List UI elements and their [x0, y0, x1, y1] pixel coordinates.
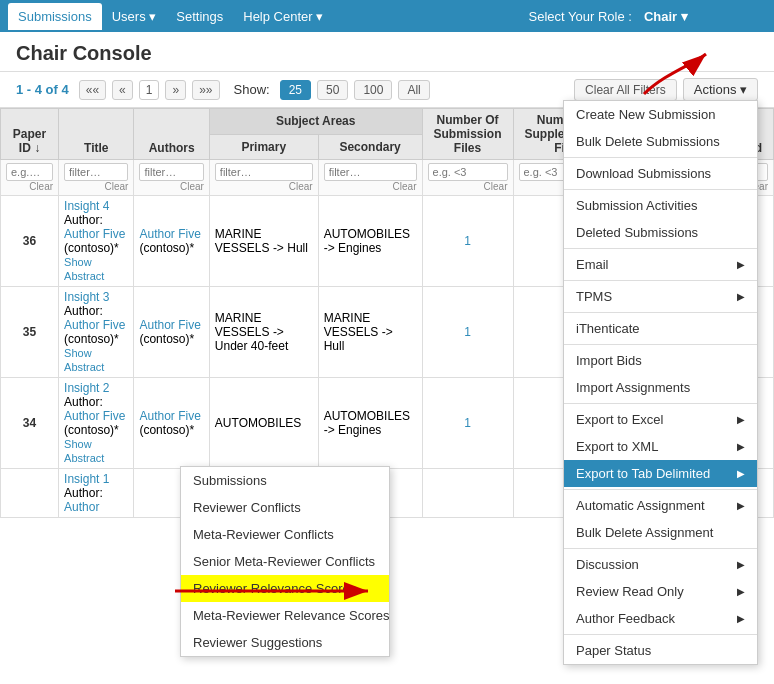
actions-dropdown: Create New Submission Bulk Delete Submis…	[563, 100, 758, 665]
show-abstract-link[interactable]: Show Abstract	[64, 438, 104, 464]
action-import-bids[interactable]: Import Bids	[564, 347, 757, 374]
action-paper-status[interactable]: Paper Status	[564, 637, 757, 664]
filter-sub-files-clear[interactable]: Clear	[428, 181, 508, 192]
actions-btn[interactable]: Actions ▾	[683, 78, 758, 101]
col-primary[interactable]: Primary	[209, 134, 318, 160]
action-bulk-delete-submissions[interactable]: Bulk Delete Submissions	[564, 128, 757, 155]
author-org: (contoso)*	[64, 423, 119, 437]
action-create-new-submission[interactable]: Create New Submission	[564, 101, 757, 128]
page-num-btn[interactable]: 1	[139, 80, 160, 100]
author-label: Author:	[64, 304, 103, 318]
submenu-meta-reviewer-relevance-scores[interactable]: Meta-Reviewer Relevance Scores	[181, 602, 389, 629]
show-all-btn[interactable]: All	[398, 80, 429, 100]
filter-sub-files-input[interactable]	[428, 163, 508, 181]
submenu-senior-meta-reviewer-conflicts[interactable]: Senior Meta-Reviewer Conflicts	[181, 548, 389, 575]
filter-secondary[interactable]: Clear	[318, 160, 422, 196]
clear-all-filters-btn[interactable]: Clear All Filters	[574, 79, 677, 101]
col-authors[interactable]: Authors	[134, 109, 209, 160]
filter-authors[interactable]: Clear	[134, 160, 209, 196]
cell-title: Insight 3 Author: Author Five (contoso)*…	[59, 287, 134, 378]
action-download-submissions[interactable]: Download Submissions	[564, 160, 757, 187]
author-label: Author:	[64, 213, 103, 227]
chevron-icon: ▶	[737, 441, 745, 452]
filter-title-clear[interactable]: Clear	[64, 181, 128, 192]
submenu-reviewer-relevance-scores[interactable]: Reviewer Relevance Scores	[181, 575, 389, 602]
col-title[interactable]: Title	[59, 109, 134, 160]
page-next-btn[interactable]: »	[165, 80, 186, 100]
cell-title: Insight 1 Author: Author	[59, 469, 134, 518]
author-link[interactable]: Author Five	[64, 318, 125, 332]
show-100-btn[interactable]: 100	[354, 80, 392, 100]
author-name-link[interactable]: Author Five	[139, 227, 200, 241]
role-select[interactable]: Chair ▾	[638, 9, 694, 24]
author-org-2: (contoso)*	[139, 241, 194, 255]
action-export-excel[interactable]: Export to Excel ▶	[564, 406, 757, 433]
show-abstract-link[interactable]: Show Abstract	[64, 256, 104, 282]
chevron-icon: ▶	[737, 559, 745, 570]
filter-title[interactable]: Clear	[59, 160, 134, 196]
cell-paper-id: 36	[1, 196, 59, 287]
author-link[interactable]: Author	[64, 500, 99, 514]
author-name-link[interactable]: Author Five	[139, 409, 200, 423]
page-prev-btn[interactable]: «	[112, 80, 133, 100]
divider	[564, 189, 757, 190]
submenu-meta-reviewer-conflicts[interactable]: Meta-Reviewer Conflicts	[181, 521, 389, 548]
show-25-btn[interactable]: 25	[280, 80, 311, 100]
action-email[interactable]: Email ▶	[564, 251, 757, 278]
title-link[interactable]: Insight 2	[64, 381, 109, 395]
chevron-icon: ▶	[737, 500, 745, 511]
action-review-read-only[interactable]: Review Read Only ▶	[564, 578, 757, 605]
action-deleted-submissions[interactable]: Deleted Submissions	[564, 219, 757, 246]
cell-sub-files: 1	[422, 287, 513, 378]
author-org-2: (contoso)*	[139, 332, 194, 346]
page-first-btn[interactable]: ««	[79, 80, 106, 100]
nav-submissions[interactable]: Submissions	[8, 3, 102, 30]
author-link[interactable]: Author Five	[64, 409, 125, 423]
filter-secondary-input[interactable]	[324, 163, 417, 181]
col-group-subject-areas: Subject Areas	[209, 109, 422, 135]
author-link[interactable]: Author Five	[64, 227, 125, 241]
action-bulk-delete-assignment[interactable]: Bulk Delete Assignment	[564, 519, 757, 546]
page-last-btn[interactable]: »»	[192, 80, 219, 100]
nav-users[interactable]: Users ▾	[102, 3, 167, 30]
filter-sub-files[interactable]: Clear	[422, 160, 513, 196]
submenu-submissions[interactable]: Submissions	[181, 467, 389, 494]
filter-authors-clear[interactable]: Clear	[139, 181, 203, 192]
filter-paper-id[interactable]: Clear	[1, 160, 59, 196]
show-abstract-link[interactable]: Show Abstract	[64, 347, 104, 373]
submenu-reviewer-conflicts[interactable]: Reviewer Conflicts	[181, 494, 389, 521]
submenu-reviewer-suggestions[interactable]: Reviewer Suggestions	[181, 629, 389, 656]
action-submission-activities[interactable]: Submission Activities	[564, 192, 757, 219]
action-author-feedback[interactable]: Author Feedback ▶	[564, 605, 757, 632]
divider	[564, 157, 757, 158]
filter-authors-input[interactable]	[139, 163, 203, 181]
filter-primary-input[interactable]	[215, 163, 313, 181]
action-export-tab-delimited[interactable]: Export to Tab Delimited ▶	[564, 460, 757, 487]
cell-title: Insight 2 Author: Author Five (contoso)*…	[59, 378, 134, 469]
col-secondary[interactable]: Secondary	[318, 134, 422, 160]
title-link[interactable]: Insight 3	[64, 290, 109, 304]
title-link[interactable]: Insight 4	[64, 199, 109, 213]
cell-sub-files	[422, 469, 513, 518]
col-sub-files[interactable]: Number Of Submission Files	[422, 109, 513, 160]
nav-settings[interactable]: Settings	[166, 3, 233, 30]
filter-secondary-clear[interactable]: Clear	[324, 181, 417, 192]
action-export-xml[interactable]: Export to XML ▶	[564, 433, 757, 460]
filter-paper-id-input[interactable]	[6, 163, 53, 181]
action-tpms[interactable]: TPMS ▶	[564, 283, 757, 310]
col-paper-id[interactable]: PaperID ↓	[1, 109, 59, 160]
action-discussion[interactable]: Discussion ▶	[564, 551, 757, 578]
title-link[interactable]: Insight 1	[64, 472, 109, 486]
action-automatic-assignment[interactable]: Automatic Assignment ▶	[564, 492, 757, 519]
action-ithenticate[interactable]: iThenticate	[564, 315, 757, 342]
cell-sub-files: 1	[422, 196, 513, 287]
nav-help-center[interactable]: Help Center ▾	[233, 3, 333, 30]
author-name-link[interactable]: Author Five	[139, 318, 200, 332]
filter-primary[interactable]: Clear	[209, 160, 318, 196]
filter-paper-id-clear[interactable]: Clear	[6, 181, 53, 192]
action-import-assignments[interactable]: Import Assignments	[564, 374, 757, 401]
filter-title-input[interactable]	[64, 163, 128, 181]
show-50-btn[interactable]: 50	[317, 80, 348, 100]
divider	[564, 634, 757, 635]
filter-primary-clear[interactable]: Clear	[215, 181, 313, 192]
